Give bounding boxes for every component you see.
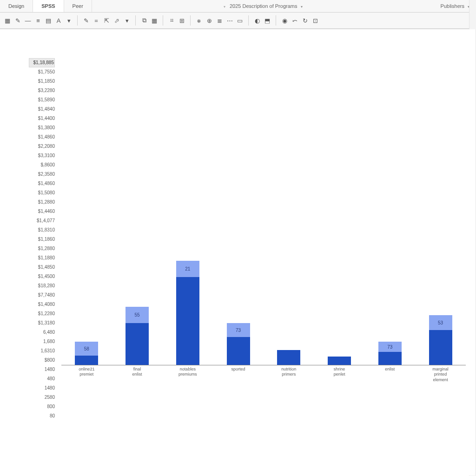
bar-cell — [264, 58, 314, 365]
y-tick-label: $1,1850 — [29, 77, 55, 86]
toolbar-button[interactable]: ⧉ — [139, 15, 149, 26]
y-tick-label: $1,4860 — [29, 132, 55, 142]
bar-upper-segment: 21 — [176, 261, 199, 277]
bar[interactable] — [277, 350, 300, 365]
toolbar-button[interactable]: ▾ — [122, 15, 132, 26]
tab-spss[interactable]: SPSS — [33, 0, 64, 12]
y-tick-label: 480 — [29, 374, 55, 383]
toolbar-button[interactable]: ◉ — [280, 15, 289, 26]
bar-cell: 55 — [112, 58, 163, 365]
x-axis-labels: online21premietfinalenlistnotablespremiu… — [61, 367, 466, 383]
toolbar-separator — [190, 15, 191, 26]
y-tick-label: 1480 — [29, 383, 55, 393]
x-category-label: marginalprintedelement — [415, 367, 466, 383]
y-tick-label: $1,4840 — [29, 105, 55, 114]
toolbar-button[interactable]: ⬀ — [112, 15, 121, 26]
y-tick-label: $1,4080 — [29, 300, 55, 309]
toolbar-button[interactable]: ⊕ — [205, 15, 214, 26]
y-tick-label: $2,2080 — [29, 142, 55, 151]
tab-design[interactable]: Design — [0, 0, 33, 12]
toolbar-button[interactable]: ✎ — [81, 15, 91, 26]
toolbar-button[interactable]: ⊡ — [311, 15, 320, 26]
y-tick-label: $1,4500 — [29, 272, 55, 281]
x-category-label: notablespremiums — [163, 367, 213, 383]
y-tick-label: $1,18,885 — [29, 58, 55, 67]
bar-lower-segment — [75, 356, 98, 365]
toolbar-button[interactable]: ◐ — [252, 15, 262, 26]
y-tick-label: $1,8310 — [29, 225, 55, 235]
tab-peer[interactable]: Peer — [64, 0, 92, 12]
bar[interactable]: 21 — [176, 261, 199, 365]
y-tick-label: $1,5890 — [29, 95, 55, 105]
bar-lower-segment — [126, 323, 149, 365]
bar-cell: 73 — [365, 58, 416, 365]
y-tick-label: $1,4,077 — [29, 216, 55, 225]
y-tick-label: $1,4400 — [29, 114, 55, 123]
toolbar-button[interactable]: ▦ — [150, 15, 159, 26]
y-tick-label: $1,1860 — [29, 235, 55, 244]
toolbar-button[interactable]: ✎ — [13, 15, 22, 26]
bar[interactable]: 53 — [429, 315, 452, 365]
bar[interactable]: 55 — [126, 307, 149, 365]
toolbar-separator — [135, 15, 136, 26]
bar-upper-segment: 73 — [227, 323, 250, 337]
y-tick-label: $1,7550 — [29, 67, 55, 77]
bar[interactable] — [328, 357, 351, 365]
x-category-label: enlist — [365, 367, 416, 383]
bar-lower-segment — [277, 350, 300, 365]
y-axis-ticks: $1,18,885$1,7550$1,1850$3,2280$1,5890$1,… — [29, 58, 55, 421]
y-tick-label: 1,6310 — [29, 346, 55, 356]
toolbar-button[interactable]: ▦ — [3, 15, 12, 26]
document-title: ▾ 2025 Description of Programs ▾ — [92, 3, 434, 9]
x-category-label: online21premiet — [61, 367, 112, 383]
title-caret[interactable]: ▾ — [301, 5, 303, 9]
toolbar-separator — [248, 15, 249, 26]
toolbar: ▦✎—≡▤A▾✎=⇱⬀▾⧉▦⌗⊞⎈⊕≣⋯▭◐⬒◉⤺↻⊡ — [0, 13, 476, 29]
bar-lower-segment — [176, 277, 199, 365]
toolbar-button[interactable]: ▤ — [44, 15, 53, 26]
tab-bar: Design SPSS Peer ▾ 2025 Description of P… — [0, 0, 476, 13]
bar-cell: 21 — [163, 58, 213, 365]
y-tick-label: $18,280 — [29, 281, 55, 291]
x-category-label: sported — [213, 367, 264, 383]
title-caret-left: ▾ — [224, 5, 225, 9]
bar-lower-segment — [227, 337, 250, 365]
toolbar-button[interactable]: A — [54, 15, 63, 26]
bar-lower-segment — [429, 330, 452, 365]
bar[interactable]: 73 — [227, 323, 250, 365]
y-tick-label: 6,480 — [29, 328, 55, 337]
bar[interactable]: 58 — [75, 342, 98, 365]
bar[interactable]: 73 — [378, 342, 402, 365]
y-tick-label: $1,3180 — [29, 318, 55, 328]
y-tick-label: $1,4460 — [29, 207, 55, 216]
toolbar-button[interactable]: ≡ — [33, 15, 43, 26]
toolbar-button[interactable]: ▭ — [235, 15, 245, 26]
y-tick-label: $800 — [29, 356, 55, 365]
toolbar-button[interactable]: ≣ — [215, 15, 224, 26]
y-tick-label: 2580 — [29, 393, 55, 402]
x-category-label: shrinepenlet — [314, 367, 365, 383]
toolbar-button[interactable]: ⎈ — [194, 15, 204, 26]
toolbar-button[interactable]: ⌗ — [167, 15, 176, 26]
y-tick-label: $1,2880 — [29, 198, 55, 207]
toolbar-button[interactable]: ⋯ — [225, 15, 234, 26]
y-tick-label: $,8600 — [29, 160, 55, 170]
toolbar-button[interactable]: ↻ — [300, 15, 310, 26]
toolbar-button[interactable]: ⤺ — [290, 15, 299, 26]
y-tick-label: $1,2880 — [29, 244, 55, 253]
toolbar-button[interactable]: — — [23, 15, 33, 26]
bar-cell: 73 — [213, 58, 264, 365]
toolbar-button[interactable]: = — [92, 15, 101, 26]
bar-upper-segment: 73 — [378, 342, 402, 352]
toolbar-button[interactable]: ⇱ — [102, 15, 111, 26]
bar-lower-segment — [378, 352, 402, 365]
toolbar-button[interactable]: ⊞ — [177, 15, 186, 26]
document-viewport[interactable]: $1,18,885$1,7550$1,1850$3,2280$1,5890$1,… — [0, 29, 476, 476]
y-tick-label: 80 — [29, 411, 55, 421]
y-tick-label: 1480 — [29, 365, 55, 374]
y-tick-label: $7,7480 — [29, 291, 55, 300]
y-tick-label: $3,2280 — [29, 86, 55, 95]
toolbar-button[interactable]: ▾ — [64, 15, 73, 26]
toolbar-button[interactable]: ⬒ — [263, 15, 272, 26]
y-tick-label: $1,4850 — [29, 263, 55, 272]
